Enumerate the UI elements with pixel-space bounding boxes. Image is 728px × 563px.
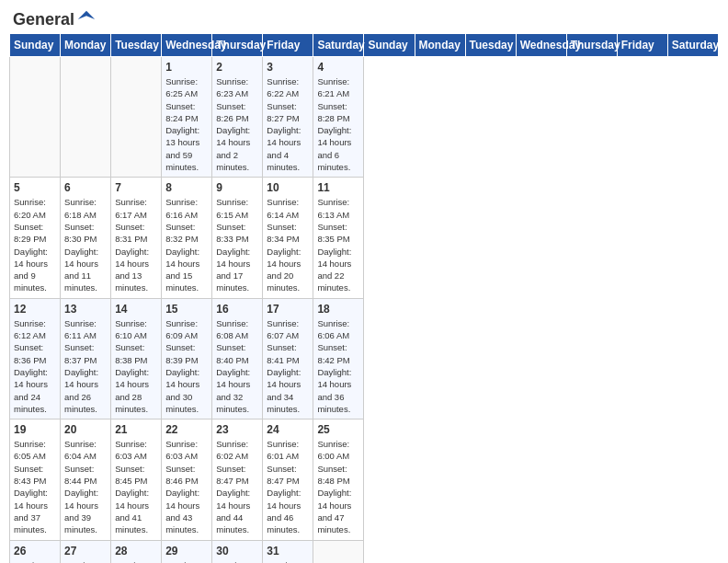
svg-marker-0: [78, 11, 95, 19]
col-header-wednesday: Wednesday: [516, 34, 566, 57]
day-number: 13: [64, 303, 107, 316]
calendar-cell: 9Sunrise: 6:15 AM Sunset: 8:33 PM Daylig…: [212, 178, 263, 298]
calendar-cell: 27Sunrise: 5:59 AM Sunset: 8:50 PM Dayli…: [61, 540, 111, 563]
col-header-monday: Monday: [415, 34, 465, 57]
calendar-cell: 23Sunrise: 6:02 AM Sunset: 8:47 PM Dayli…: [212, 419, 263, 540]
day-info: Sunrise: 6:20 AM Sunset: 8:29 PM Dayligh…: [14, 196, 56, 293]
day-info: Sunrise: 6:02 AM Sunset: 8:47 PM Dayligh…: [216, 438, 258, 535]
calendar-cell: 28Sunrise: 5:59 AM Sunset: 8:51 PM Dayli…: [111, 540, 162, 563]
calendar-cell: 19Sunrise: 6:05 AM Sunset: 8:43 PM Dayli…: [10, 419, 61, 540]
col-header-tuesday: Tuesday: [465, 34, 516, 57]
day-info: Sunrise: 6:00 AM Sunset: 8:48 PM Dayligh…: [317, 438, 359, 535]
page-header: General: [9, 9, 719, 26]
calendar-cell: 4Sunrise: 6:21 AM Sunset: 8:28 PM Daylig…: [313, 57, 364, 178]
calendar-cell: [10, 57, 61, 178]
day-info: Sunrise: 6:05 AM Sunset: 8:43 PM Dayligh…: [14, 438, 56, 535]
day-number: 6: [64, 181, 107, 194]
calendar-cell: [313, 540, 364, 563]
header-saturday: Saturday: [313, 34, 364, 57]
calendar-cell: 17Sunrise: 6:07 AM Sunset: 8:41 PM Dayli…: [263, 298, 313, 419]
day-info: Sunrise: 5:59 AM Sunset: 8:50 PM Dayligh…: [64, 559, 107, 564]
day-number: 11: [317, 181, 359, 194]
calendar-cell: 8Sunrise: 6:16 AM Sunset: 8:32 PM Daylig…: [162, 178, 212, 298]
day-number: 3: [267, 61, 309, 74]
day-info: Sunrise: 5:59 AM Sunset: 8:51 PM Dayligh…: [115, 559, 157, 564]
day-number: 21: [115, 423, 157, 436]
logo-icon: [76, 9, 97, 29]
day-number: 9: [216, 181, 258, 194]
day-number: 30: [216, 545, 258, 557]
day-info: Sunrise: 6:25 AM Sunset: 8:24 PM Dayligh…: [165, 75, 208, 173]
day-info: Sunrise: 6:23 AM Sunset: 8:26 PM Dayligh…: [216, 75, 258, 173]
col-header-thursday: Thursday: [566, 34, 617, 57]
day-number: 20: [64, 423, 107, 436]
day-number: 23: [216, 423, 258, 436]
day-number: 19: [14, 423, 56, 436]
day-number: 5: [14, 181, 56, 194]
calendar-cell: 16Sunrise: 6:08 AM Sunset: 8:40 PM Dayli…: [212, 298, 263, 419]
calendar-cell: 14Sunrise: 6:10 AM Sunset: 8:38 PM Dayli…: [111, 298, 162, 419]
calendar-cell: 24Sunrise: 6:01 AM Sunset: 8:47 PM Dayli…: [263, 419, 313, 540]
day-info: Sunrise: 6:06 AM Sunset: 8:42 PM Dayligh…: [317, 317, 359, 415]
calendar-cell: 15Sunrise: 6:09 AM Sunset: 8:39 PM Dayli…: [162, 298, 212, 419]
day-number: 2: [216, 61, 258, 74]
calendar-cell: 2Sunrise: 6:23 AM Sunset: 8:26 PM Daylig…: [212, 57, 263, 178]
day-number: 28: [115, 545, 157, 557]
header-friday: Friday: [263, 34, 313, 57]
calendar-cell: 29Sunrise: 5:58 AM Sunset: 8:52 PM Dayli…: [162, 540, 212, 563]
calendar-cell: 5Sunrise: 6:20 AM Sunset: 8:29 PM Daylig…: [10, 178, 61, 298]
day-number: 7: [115, 181, 157, 194]
day-number: 18: [317, 303, 359, 316]
calendar-cell: [111, 57, 162, 178]
day-info: Sunrise: 6:03 AM Sunset: 8:45 PM Dayligh…: [115, 438, 157, 535]
day-info: Sunrise: 6:09 AM Sunset: 8:39 PM Dayligh…: [165, 317, 208, 415]
header-monday: Monday: [61, 34, 111, 57]
header-thursday: Thursday: [212, 34, 263, 57]
header-wednesday: Wednesday: [162, 34, 212, 57]
calendar-cell: 18Sunrise: 6:06 AM Sunset: 8:42 PM Dayli…: [313, 298, 364, 419]
day-number: 15: [165, 303, 208, 316]
day-info: Sunrise: 5:58 AM Sunset: 8:53 PM Dayligh…: [216, 559, 258, 564]
calendar-cell: 30Sunrise: 5:58 AM Sunset: 8:53 PM Dayli…: [212, 540, 263, 563]
day-info: Sunrise: 6:08 AM Sunset: 8:40 PM Dayligh…: [216, 317, 258, 415]
calendar-cell: 7Sunrise: 6:17 AM Sunset: 8:31 PM Daylig…: [111, 178, 162, 298]
header-sunday: Sunday: [10, 34, 61, 57]
col-header-saturday: Saturday: [667, 34, 718, 57]
day-info: Sunrise: 6:14 AM Sunset: 8:34 PM Dayligh…: [267, 196, 309, 293]
calendar-header-row: SundayMondayTuesdayWednesdayThursdayFrid…: [10, 34, 719, 57]
calendar-cell: 20Sunrise: 6:04 AM Sunset: 8:44 PM Dayli…: [61, 419, 111, 540]
day-info: Sunrise: 6:07 AM Sunset: 8:41 PM Dayligh…: [267, 317, 309, 415]
calendar-cell: 10Sunrise: 6:14 AM Sunset: 8:34 PM Dayli…: [263, 178, 313, 298]
day-info: Sunrise: 6:21 AM Sunset: 8:28 PM Dayligh…: [317, 75, 359, 173]
day-info: Sunrise: 6:17 AM Sunset: 8:31 PM Dayligh…: [115, 196, 157, 293]
day-info: Sunrise: 6:16 AM Sunset: 8:32 PM Dayligh…: [165, 196, 208, 293]
col-header-sunday: Sunday: [364, 34, 415, 57]
col-header-friday: Friday: [617, 34, 667, 57]
day-info: Sunrise: 6:11 AM Sunset: 8:37 PM Dayligh…: [64, 317, 107, 415]
day-number: 8: [165, 181, 208, 194]
day-number: 12: [14, 303, 56, 316]
day-number: 14: [115, 303, 157, 316]
day-number: 31: [267, 545, 309, 557]
calendar-week-row: 12Sunrise: 6:12 AM Sunset: 8:36 PM Dayli…: [10, 298, 719, 419]
day-number: 16: [216, 303, 258, 316]
calendar-week-row: 26Sunrise: 6:00 AM Sunset: 8:49 PM Dayli…: [10, 540, 719, 563]
day-number: 4: [317, 61, 359, 74]
header-tuesday: Tuesday: [111, 34, 162, 57]
calendar-week-row: 19Sunrise: 6:05 AM Sunset: 8:43 PM Dayli…: [10, 419, 719, 540]
day-info: Sunrise: 6:13 AM Sunset: 8:35 PM Dayligh…: [317, 196, 359, 293]
calendar-cell: 11Sunrise: 6:13 AM Sunset: 8:35 PM Dayli…: [313, 178, 364, 298]
day-number: 1: [165, 61, 208, 74]
calendar-week-row: 1Sunrise: 6:25 AM Sunset: 8:24 PM Daylig…: [10, 57, 719, 178]
logo: General: [13, 9, 97, 26]
calendar-cell: 3Sunrise: 6:22 AM Sunset: 8:27 PM Daylig…: [263, 57, 313, 178]
calendar-cell: 26Sunrise: 6:00 AM Sunset: 8:49 PM Dayli…: [10, 540, 61, 563]
day-number: 17: [267, 303, 309, 316]
day-info: Sunrise: 6:00 AM Sunset: 8:49 PM Dayligh…: [14, 559, 56, 564]
day-info: Sunrise: 6:22 AM Sunset: 8:27 PM Dayligh…: [267, 75, 309, 173]
day-number: 29: [165, 545, 208, 557]
calendar-cell: 21Sunrise: 6:03 AM Sunset: 8:45 PM Dayli…: [111, 419, 162, 540]
logo-general: General: [13, 10, 74, 29]
calendar-cell: 31Sunrise: 5:57 AM Sunset: 8:53 PM Dayli…: [263, 540, 313, 563]
day-number: 27: [64, 545, 107, 557]
